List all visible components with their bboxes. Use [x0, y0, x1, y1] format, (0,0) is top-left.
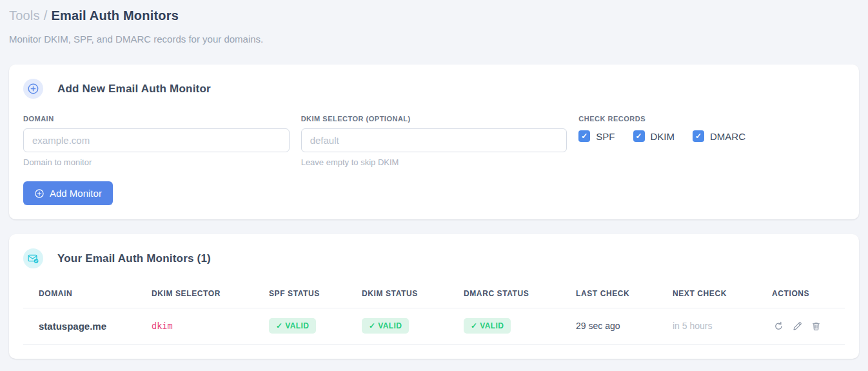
add-card-header: Add New Email Auth Monitor — [23, 79, 845, 99]
dkim-selector-label: DKIM SELECTOR (OPTIONAL) — [301, 115, 567, 123]
page-title: Email Auth Monitors — [51, 8, 179, 23]
plus-circle-icon — [34, 188, 44, 199]
add-monitor-card: Add New Email Auth Monitor DOMAIN Domain… — [9, 65, 859, 219]
dkim-selector-helper-text: Leave empty to skip DKIM — [301, 157, 567, 167]
envelope-check-icon — [23, 248, 43, 268]
check-records-group: SPF DKIM DMARC — [578, 130, 845, 142]
col-header-dkim-status: DKIM STATUS — [346, 283, 448, 308]
page-subtitle: Monitor DKIM, SPF, and DMARC records for… — [9, 34, 859, 45]
pencil-icon — [792, 321, 803, 332]
col-header-next-check: NEXT CHECK — [657, 283, 756, 308]
domain-field: DOMAIN Domain to monitor — [23, 115, 290, 167]
refresh-icon — [773, 321, 784, 332]
breadcrumb: Tools/Email Auth Monitors — [9, 6, 859, 23]
monitor-next-check: in 5 hours — [657, 308, 756, 345]
dkim-status-badge: ✓ VALID — [362, 318, 409, 334]
trash-icon — [811, 321, 822, 332]
col-header-spf-status: SPF STATUS — [253, 283, 346, 308]
monitors-card-title: Your Email Auth Monitors (1) — [57, 252, 211, 265]
monitors-table: DOMAIN DKIM SELECTOR SPF STATUS DKIM STA… — [23, 283, 845, 345]
add-monitor-form: DOMAIN Domain to monitor DKIM SELECTOR (… — [23, 115, 845, 167]
delete-button[interactable] — [809, 319, 823, 333]
refresh-button[interactable] — [772, 319, 785, 333]
col-header-actions: ACTIONS — [756, 283, 845, 308]
monitors-card-header: Your Email Auth Monitors (1) — [23, 248, 845, 268]
domain-label: DOMAIN — [23, 115, 290, 123]
dkim-checkbox-option[interactable]: DKIM — [633, 130, 675, 142]
check-records-field: CHECK RECORDS SPF DKIM DMARC — [578, 115, 845, 167]
add-monitor-button-label: Add Monitor — [50, 188, 102, 199]
add-monitor-button[interactable]: Add Monitor — [23, 181, 113, 205]
add-card-title: Add New Email Auth Monitor — [57, 83, 211, 95]
spf-checkbox-option[interactable]: SPF — [578, 130, 615, 142]
breadcrumb-separator: / — [44, 8, 48, 23]
col-header-dmarc-status: DMARC STATUS — [448, 283, 560, 308]
spf-checkbox-label: SPF — [596, 131, 615, 142]
domain-input[interactable] — [23, 128, 290, 152]
dmarc-checkbox[interactable] — [693, 130, 704, 142]
table-header-row: DOMAIN DKIM SELECTOR SPF STATUS DKIM STA… — [23, 283, 845, 308]
spf-status-badge: ✓ VALID — [269, 318, 316, 334]
col-header-last-check: LAST CHECK — [560, 283, 657, 308]
breadcrumb-tools-link[interactable]: Tools — [9, 8, 40, 23]
monitor-last-check: 29 sec ago — [560, 308, 657, 345]
dmarc-checkbox-label: DMARC — [710, 131, 745, 142]
monitor-domain: statuspage.me — [23, 308, 136, 345]
dkim-selector-input[interactable] — [301, 128, 567, 152]
monitors-list-card: Your Email Auth Monitors (1) DOMAIN DKIM… — [9, 234, 859, 359]
edit-button[interactable] — [791, 319, 804, 333]
dkim-checkbox[interactable] — [633, 130, 645, 142]
plus-circle-icon — [23, 79, 43, 99]
monitor-dkim-selector: dkim — [152, 321, 173, 331]
email-auth-monitors-page: Tools/Email Auth Monitors Monitor DKIM, … — [0, 0, 868, 365]
domain-helper-text: Domain to monitor — [23, 157, 290, 167]
col-header-domain: DOMAIN — [23, 283, 136, 308]
dmarc-status-badge: ✓ VALID — [464, 318, 511, 334]
dkim-checkbox-label: DKIM — [651, 131, 675, 142]
table-row: statuspage.me dkim ✓ VALID ✓ VALID ✓ VAL… — [23, 308, 845, 345]
monitors-table-wrap: DOMAIN DKIM SELECTOR SPF STATUS DKIM STA… — [23, 283, 845, 345]
dmarc-checkbox-option[interactable]: DMARC — [693, 130, 745, 142]
spf-checkbox[interactable] — [578, 130, 590, 142]
row-actions — [772, 319, 840, 333]
check-records-label: CHECK RECORDS — [578, 115, 845, 123]
dkim-selector-field: DKIM SELECTOR (OPTIONAL) Leave empty to … — [301, 115, 567, 167]
col-header-dkim-selector: DKIM SELECTOR — [136, 283, 253, 308]
